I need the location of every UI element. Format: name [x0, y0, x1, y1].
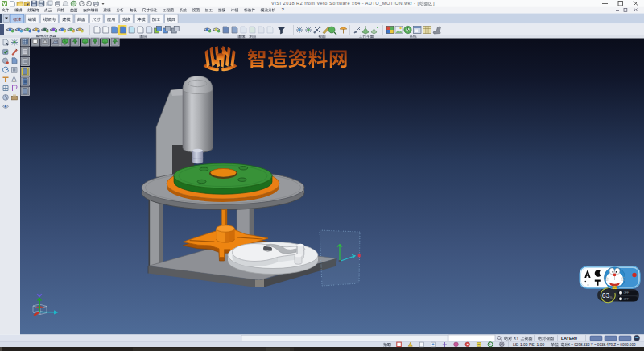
svg-text:%: % — [609, 296, 613, 299]
svg-text:OFF: OFF — [624, 291, 630, 295]
svg-text:?: ? — [282, 7, 284, 12]
svg-text:VISI 2018 R2 from Vero Softwar: VISI 2018 R2 from Vero Software x64 - AU… — [271, 1, 419, 6]
svg-text:LAYER0: LAYER0 — [561, 336, 577, 341]
svg-text:X = 0298.332 Y = 0038.479 Z =: X = 0298.332 Y = 0038.479 Z = 0000.000 — [568, 343, 636, 347]
svg-text:XY: XY — [514, 337, 519, 341]
svg-text:OFF: OFF — [624, 298, 630, 301]
svg-text:LS: 1.00 PS: 1.00: LS: 1.00 PS: 1.00 — [513, 342, 544, 347]
svg-text:63: 63 — [602, 291, 610, 299]
